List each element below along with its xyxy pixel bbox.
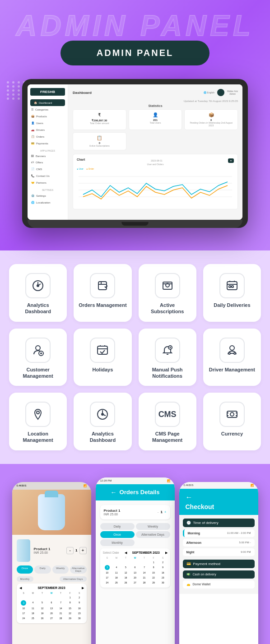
payment-cash-on-delivery[interactable]: 💵 Cash on delivery <box>183 570 255 579</box>
cal-day-21[interactable]: 21 <box>56 611 65 616</box>
cal-day-22[interactable]: 22 <box>65 611 74 616</box>
stat-card-total-users: 👤 201 Total Users <box>129 109 182 130</box>
freq-alt-days[interactable]: Alternative Days <box>60 576 87 582</box>
sidebar-item-users[interactable]: 👤Users <box>28 120 68 126</box>
time-slot-morning[interactable]: Morning 11:00 AM - 2:00 PM <box>183 529 255 537</box>
cal-day-13[interactable]: 13 <box>47 606 56 611</box>
cal-day-16[interactable]: 16 <box>75 606 84 611</box>
delivery-weekly[interactable]: Weekly <box>136 523 170 530</box>
sidebar-item-payments[interactable]: 💳Payments <box>28 140 68 147</box>
delivery-daily[interactable]: Daily <box>100 523 135 530</box>
cal-day-14[interactable]: 14 <box>56 606 65 611</box>
cal-day-23[interactable]: 23 <box>75 611 84 616</box>
cal-day-30[interactable]: 30 <box>75 616 84 621</box>
sidebar-item-categories[interactable]: ☰Categories <box>28 106 68 113</box>
freq-daily[interactable]: Daily <box>34 565 51 574</box>
feature-card-holidays[interactable]: Holidays <box>74 329 131 386</box>
freq-once[interactable]: Once <box>17 565 33 574</box>
order-item-price: INR 25.00 <box>104 513 121 516</box>
feature-card-daily-deliveries[interactable]: Daily Deliveries <box>203 264 261 322</box>
feature-card-orders-management[interactable]: Orders Management <box>74 264 131 322</box>
delivery-alt-days[interactable]: Alternative Days <box>136 531 170 538</box>
analytics-dashboard-icon <box>25 273 51 298</box>
cal-day-10[interactable]: 10 <box>19 606 28 611</box>
cal-day-27[interactable]: 27 <box>47 616 56 621</box>
cal-day-4[interactable]: 4 <box>28 600 37 606</box>
cal-day-6[interactable]: 6 <box>47 600 56 606</box>
mobile3-status-bar: 0.4KB/S 📶 <box>179 482 258 489</box>
time-slot-night[interactable]: Night 9:00 PM <box>183 548 255 556</box>
cal-day-9[interactable]: 9 <box>75 600 84 606</box>
cal-day-25[interactable]: 25 <box>28 616 37 621</box>
sidebar-item-localization[interactable]: 🌐Localization <box>28 199 68 206</box>
delivery-once[interactable]: Once <box>100 531 135 538</box>
checkout-back-button[interactable]: ← <box>186 493 252 501</box>
sidebar-item-partners[interactable]: 🤝Partners <box>28 179 68 186</box>
feature-card-analytics-dashboard[interactable]: Analytics Dashboard <box>9 264 67 322</box>
cal-day-20[interactable]: 20 <box>47 611 56 616</box>
cal-day-19[interactable]: 19 <box>38 611 47 616</box>
sidebar-item-offers[interactable]: 🏷Offers <box>28 159 68 166</box>
calendar-prev[interactable]: ◀ <box>19 586 22 590</box>
cms-page-management-icon: CMS <box>155 402 180 427</box>
laptop-main-content: Dashboard 🌐 English Walter ArizAdmin Upd… <box>68 84 242 220</box>
sidebar-item-products[interactable]: 📦Products <box>28 113 68 120</box>
cal-day-28[interactable]: 28 <box>56 616 65 621</box>
feature-card-manual-push-notifications[interactable]: Manual Push Notifications <box>139 329 196 386</box>
cal-day-5[interactable]: 5 <box>38 600 47 606</box>
cal-day-26[interactable]: 26 <box>38 616 47 621</box>
sidebar-item-drivers[interactable]: 🚗Drivers <box>28 126 68 133</box>
mobile2-back-icon[interactable]: ← <box>111 489 117 496</box>
cal-day-24[interactable]: 24 <box>19 616 28 621</box>
cal-day-3-today[interactable]: 3 <box>21 600 26 606</box>
sidebar-item-orders[interactable]: 📋Orders <box>28 133 68 140</box>
cal-day-18[interactable]: 18 <box>28 611 37 616</box>
features-grid: Analytics Dashboard Orders Management <box>9 264 261 450</box>
cal2-nav-prev[interactable]: ◀ <box>125 551 127 555</box>
mobile2-content: Product 1 INR 25.00 - 1 + Daily Weekly O… <box>96 500 175 644</box>
sidebar-item-banners[interactable]: 🖼Banners <box>28 153 68 159</box>
cal-day-1[interactable]: 1 <box>65 595 74 600</box>
sidebar-item-contact[interactable]: 📞Contact Us <box>28 172 68 179</box>
cal2-nav-next[interactable]: ▶ <box>165 551 168 555</box>
total-order-amount: ₹296,897.30 <box>76 119 123 122</box>
location-management-label: Location Management <box>14 431 62 444</box>
sidebar-item-settings[interactable]: ⚙️Settings <box>28 192 68 199</box>
stats-row: ₹ ₹296,897.30 Total Order amount 👤 201 T… <box>73 109 238 150</box>
calendar-next[interactable]: ▶ <box>82 586 84 590</box>
cal-day-29[interactable]: 29 <box>65 616 74 621</box>
cal-day-11[interactable]: 11 <box>28 606 37 611</box>
payment-dome-wallet[interactable]: 👝 Dome Wallet <box>183 580 255 588</box>
time-slot-afternoon[interactable]: Afternoon 5:00 PM - <box>183 539 255 547</box>
cal-day-2[interactable]: 2 <box>75 595 84 600</box>
qty-increase[interactable]: + <box>79 547 87 554</box>
sidebar-item-dashboard[interactable]: 🏠Dashboard <box>30 99 65 106</box>
feature-card-active-subscriptions[interactable]: Active Subscriptions <box>139 264 196 322</box>
feature-card-cms-page-management[interactable]: CMS CMS Page Management <box>139 393 196 450</box>
freq-monthly[interactable]: Monthly <box>17 576 33 582</box>
freq-weekly[interactable]: Weekly <box>52 565 69 574</box>
qty-decrease[interactable]: - <box>66 547 74 554</box>
sidebar-item-cms[interactable]: 📄CMS <box>28 166 68 172</box>
feature-card-analytics-dashboard-2[interactable]: Analytics Dashboard <box>74 393 131 450</box>
feature-card-driver-management[interactable]: Driver Management <box>203 329 261 386</box>
chart-filter-button[interactable]: ▼ <box>228 158 234 163</box>
admin-panel-button[interactable]: ADMIN PANEL <box>61 41 209 65</box>
cal-day-17[interactable]: 17 <box>19 611 28 616</box>
order-qty-decrease[interactable]: - <box>158 510 159 514</box>
order-qty-increase[interactable]: + <box>164 510 167 514</box>
feature-card-location-management[interactable]: Location Management <box>9 393 67 450</box>
feature-card-currency[interactable]: Currency <box>203 393 261 450</box>
cal-day-15[interactable]: 15 <box>65 606 74 611</box>
cal-day-7[interactable]: 7 <box>56 600 65 606</box>
daily-deliveries-label: Daily Deliveries <box>214 302 250 308</box>
cal-day-8[interactable]: 8 <box>65 600 74 606</box>
cal-day-12[interactable]: 12 <box>38 606 47 611</box>
freq-alt[interactable]: Alternative Days <box>70 565 87 574</box>
orders-management-icon <box>90 273 115 298</box>
language-selector[interactable]: 🌐 English <box>204 91 214 94</box>
qty-stepper[interactable]: - 1 + <box>66 547 86 554</box>
delivery-monthly[interactable]: Monthly <box>100 539 135 546</box>
order-qty-control[interactable]: - 1 + <box>158 510 167 514</box>
feature-card-customer-management[interactable]: Customer Management <box>9 329 67 386</box>
